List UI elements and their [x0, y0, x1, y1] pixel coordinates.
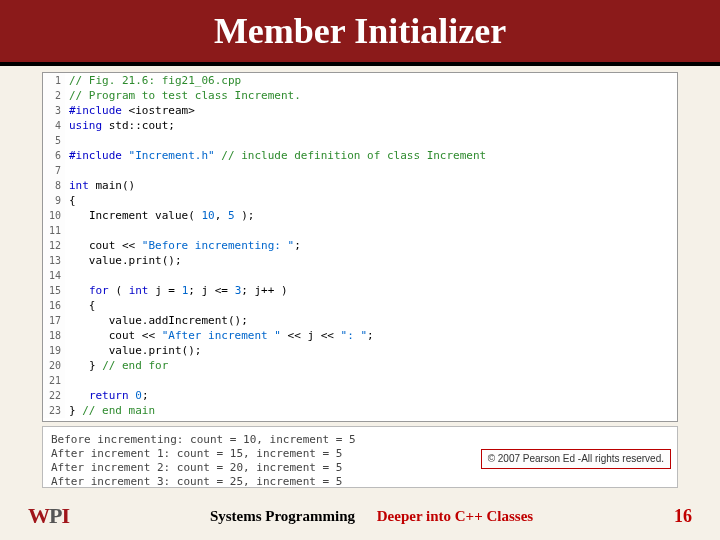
code-text: [65, 268, 69, 283]
code-text: } // end main: [65, 403, 155, 418]
line-number: 23: [43, 403, 65, 418]
code-text: value.print();: [65, 343, 201, 358]
line-number: 11: [43, 223, 65, 238]
line-number: 17: [43, 313, 65, 328]
line-number: 20: [43, 358, 65, 373]
line-number: 1: [43, 73, 65, 88]
code-line: 21: [43, 373, 677, 388]
footer-text: Systems Programming Deeper into C++ Clas…: [69, 508, 674, 525]
line-number: 6: [43, 148, 65, 163]
code-text: cout << "After increment " << j << ": ";: [65, 328, 374, 343]
code-text: using std::cout;: [65, 118, 175, 133]
code-line: 6#include "Increment.h" // include defin…: [43, 148, 677, 163]
code-line: 14: [43, 268, 677, 283]
line-number: 19: [43, 343, 65, 358]
footer-right: Deeper into C++ Classes: [377, 508, 533, 524]
code-line: 20 } // end for: [43, 358, 677, 373]
code-text: {: [65, 298, 96, 313]
wpi-logo: WPI: [28, 503, 69, 529]
line-number: 16: [43, 298, 65, 313]
line-number: 10: [43, 208, 65, 223]
code-line: 18 cout << "After increment " << j << ":…: [43, 328, 677, 343]
code-text: {: [65, 193, 76, 208]
code-text: [65, 373, 69, 388]
output-panel: Before incrementing: count = 10, increme…: [42, 426, 678, 488]
code-text: [65, 223, 69, 238]
line-number: 5: [43, 133, 65, 148]
code-panel: 1// Fig. 21.6: fig21_06.cpp2// Program t…: [42, 72, 678, 422]
code-line: 9{: [43, 193, 677, 208]
logo-w: W: [28, 503, 49, 528]
footer: WPI Systems Programming Deeper into C++ …: [0, 500, 720, 532]
line-number: 13: [43, 253, 65, 268]
code-line: 2// Program to test class Increment.: [43, 88, 677, 103]
logo-i: I: [61, 503, 69, 528]
code-text: // Fig. 21.6: fig21_06.cpp: [65, 73, 241, 88]
code-text: for ( int j = 1; j <= 3; j++ ): [65, 283, 288, 298]
code-line: 1// Fig. 21.6: fig21_06.cpp: [43, 73, 677, 88]
line-number: 4: [43, 118, 65, 133]
code-line: 17 value.addIncrement();: [43, 313, 677, 328]
code-line: 10 Increment value( 10, 5 );: [43, 208, 677, 223]
code-line: 23} // end main: [43, 403, 677, 418]
code-text: [65, 163, 69, 178]
line-number: 2: [43, 88, 65, 103]
line-number: 7: [43, 163, 65, 178]
copyright-badge: © 2007 Pearson Ed -All rights reserved.: [481, 449, 671, 469]
line-number: 3: [43, 103, 65, 118]
code-line: 16 {: [43, 298, 677, 313]
logo-p: P: [49, 503, 61, 528]
line-number: 18: [43, 328, 65, 343]
code-line: 22 return 0;: [43, 388, 677, 403]
code-line: 11: [43, 223, 677, 238]
code-text: #include <iostream>: [65, 103, 195, 118]
code-text: int main(): [65, 178, 135, 193]
code-line: 13 value.print();: [43, 253, 677, 268]
line-number: 12: [43, 238, 65, 253]
code-line: 7: [43, 163, 677, 178]
line-number: 9: [43, 193, 65, 208]
line-number: 22: [43, 388, 65, 403]
title-bar: Member Initializer: [0, 0, 720, 66]
code-text: [65, 133, 69, 148]
slide-title: Member Initializer: [214, 10, 506, 52]
output-line: After increment 3: count = 25, increment…: [51, 475, 669, 489]
output-line: Before incrementing: count = 10, increme…: [51, 433, 669, 447]
line-number: 8: [43, 178, 65, 193]
code-line: 12 cout << "Before incrementing: ";: [43, 238, 677, 253]
code-text: #include "Increment.h" // include defini…: [65, 148, 486, 163]
code-line: 5: [43, 133, 677, 148]
line-number: 14: [43, 268, 65, 283]
footer-left: Systems Programming: [210, 508, 355, 524]
line-number: 15: [43, 283, 65, 298]
code-text: } // end for: [65, 358, 168, 373]
code-text: value.print();: [65, 253, 182, 268]
code-line: 4using std::cout;: [43, 118, 677, 133]
code-text: return 0;: [65, 388, 149, 403]
line-number: 21: [43, 373, 65, 388]
code-text: // Program to test class Increment.: [65, 88, 301, 103]
code-line: 8int main(): [43, 178, 677, 193]
code-line: 3#include <iostream>: [43, 103, 677, 118]
code-text: cout << "Before incrementing: ";: [65, 238, 301, 253]
code-text: Increment value( 10, 5 );: [65, 208, 254, 223]
page-number: 16: [674, 506, 692, 527]
code-text: value.addIncrement();: [65, 313, 248, 328]
code-line: 15 for ( int j = 1; j <= 3; j++ ): [43, 283, 677, 298]
code-line: 19 value.print();: [43, 343, 677, 358]
